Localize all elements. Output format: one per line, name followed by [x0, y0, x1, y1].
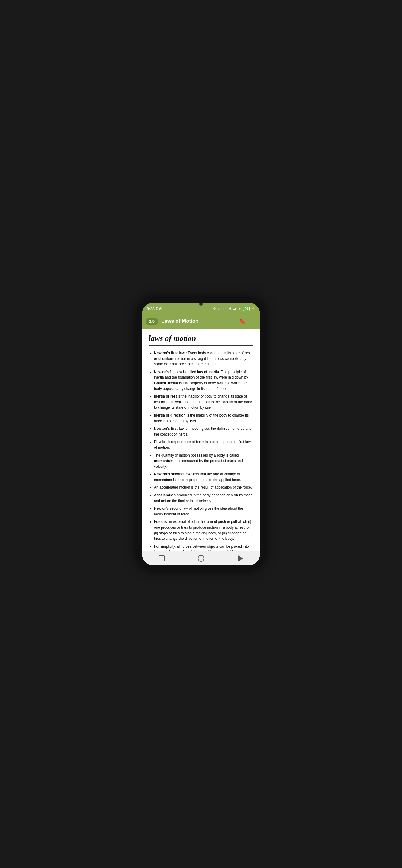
phone-device: 3:33 PM ⚙ ◎ ➤ · ✱ ⊛ 96 ⚡ 1/9 Law [138, 299, 264, 569]
list-item: Inertia of rest is the inability of body… [154, 394, 253, 410]
list-item: Physical independence of force is a cons… [154, 439, 253, 450]
camera-dot [199, 303, 203, 306]
list-item: Acceleration produced in the body depend… [154, 493, 253, 504]
page-badge: 1/9 [146, 318, 158, 324]
toolbar-icons: 🔖 ⋮ [239, 318, 256, 324]
list-item: Newton's second law of motion gives the … [154, 506, 253, 517]
navigation-bar [142, 551, 260, 565]
list-item: Newton's first law of motion gives the d… [154, 426, 253, 437]
settings-icon: ⚙ [213, 307, 216, 311]
list-item: For simplicity, all forces between objec… [154, 544, 253, 551]
triangle-icon [238, 555, 243, 562]
back-button[interactable] [236, 554, 245, 563]
list-item: An accelerated motion is the result of a… [154, 485, 253, 490]
list-item: Inertia of direction is the inability of… [154, 412, 253, 424]
status-time: 3:33 PM [147, 307, 161, 311]
list-item: The quantity of motion possessed by a bo… [154, 453, 253, 470]
dot-icon: · [226, 307, 227, 310]
recent-apps-button[interactable] [157, 554, 166, 563]
bullet-list-page1: Newton's first law : Every body continue… [149, 350, 253, 551]
phone-screen: 3:33 PM ⚙ ◎ ➤ · ✱ ⊛ 96 ⚡ 1/9 Law [142, 303, 260, 565]
charge-icon: ⚡ [251, 307, 255, 311]
content-scroll[interactable]: laws of motion Newton's first law : Ever… [142, 329, 260, 551]
bluetooth-icon: ✱ [229, 307, 231, 311]
square-icon [158, 555, 164, 561]
arrow-icon: ➤ [222, 307, 225, 311]
list-item: Force is an external effort in the form … [154, 519, 253, 541]
page-1-section: laws of motion Newton's first law : Ever… [142, 329, 260, 551]
signal-bars [233, 307, 238, 310]
list-item: Newton's first law is called law of Iner… [154, 369, 253, 392]
list-item: Newton's second law says that the rate o… [154, 471, 253, 483]
battery-icon: 96 [243, 307, 249, 311]
more-menu-icon[interactable]: ⋮ [250, 318, 256, 324]
home-button[interactable] [197, 554, 205, 563]
bookmark-icon[interactable]: 🔖 [239, 318, 246, 324]
toolbar-title: Laws of Motion [161, 318, 239, 324]
app-toolbar: 1/9 Laws of Motion 🔖 ⋮ [142, 314, 260, 329]
circle-icon: ◎ [218, 307, 221, 311]
list-item: Newton's first law : Every body continue… [154, 350, 253, 367]
wifi-icon: ⊛ [239, 307, 242, 311]
page-heading: laws of motion [149, 334, 253, 346]
circle-icon [198, 555, 204, 562]
status-icons: ⚙ ◎ ➤ · ✱ ⊛ 96 ⚡ [213, 307, 255, 311]
